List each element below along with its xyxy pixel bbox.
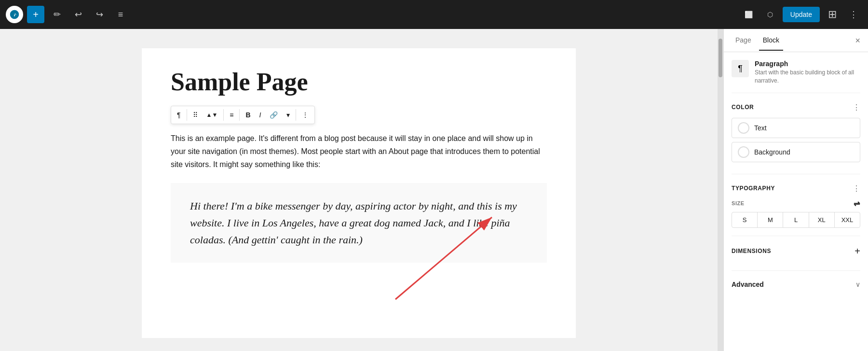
typography-section-more-button[interactable]: ⋮ <box>853 184 860 193</box>
align-icon: ≡ <box>230 111 233 119</box>
text-color-option[interactable]: Text <box>732 118 860 138</box>
size-label-text: SIZE <box>732 200 745 206</box>
paragraph-type-button[interactable]: ¶ <box>173 108 185 122</box>
more-rich-text-button[interactable]: ▾ <box>283 108 294 122</box>
quote-block[interactable]: Hi there! I'm a bike messenger by day, a… <box>171 183 547 263</box>
size-buttons: S M L XL XXL <box>732 212 860 228</box>
dropdown-icon: ▾ <box>286 111 290 119</box>
tools-button[interactable]: ✏ <box>48 6 66 23</box>
size-xxl-button[interactable]: XXL <box>835 212 860 227</box>
background-color-label: Background <box>754 148 790 156</box>
size-xl-button[interactable]: XL <box>809 212 835 227</box>
color-section-more-button[interactable]: ⋮ <box>853 103 860 112</box>
editor-area[interactable]: Sample Page ¶ ⠿ ▲▼ ≡ B I <box>0 29 718 351</box>
settings-toggle-button[interactable]: ⊞ <box>824 6 841 23</box>
typography-section-header: Typography ⋮ <box>732 184 860 193</box>
dimensions-section: Dimensions + <box>732 246 860 271</box>
background-color-swatch <box>738 146 749 158</box>
block-type-description: Start with the basic building block of a… <box>755 69 860 85</box>
block-info: ¶ Paragraph Start with the basic buildin… <box>732 60 860 93</box>
paragraph-block-icon: ¶ <box>738 64 743 74</box>
background-color-option[interactable]: Background <box>732 142 860 162</box>
add-block-button[interactable]: + <box>27 6 44 23</box>
more-options-button[interactable]: ⋮ <box>298 108 312 122</box>
size-m-button[interactable]: M <box>758 212 783 227</box>
preview-button[interactable]: ⬡ <box>761 6 779 23</box>
panel-body: ¶ Paragraph Start with the basic buildin… <box>724 52 868 351</box>
toolbar-divider-3 <box>239 109 240 121</box>
align-button[interactable]: ≡ <box>226 108 237 122</box>
tab-page[interactable]: Page <box>732 30 755 51</box>
svg-text:W: W <box>12 12 17 17</box>
panel-tabs: Page Block × <box>724 29 868 52</box>
link-icon: 🔗 <box>270 111 278 119</box>
text-color-label: Text <box>754 124 767 132</box>
color-section-title: Color <box>732 104 754 111</box>
dimensions-section-title: Dimensions <box>732 248 771 254</box>
toolbar-divider-1 <box>187 109 187 121</box>
update-button[interactable]: Update <box>783 7 820 22</box>
typography-section-title: Typography <box>732 185 775 192</box>
bold-button[interactable]: B <box>242 108 254 122</box>
paragraph-text[interactable]: This is an example page. It's different … <box>171 132 547 171</box>
move-up-down-button[interactable]: ▲▼ <box>203 109 222 121</box>
panel-close-button[interactable]: × <box>855 36 860 45</box>
text-color-swatch <box>738 122 749 134</box>
dimensions-section-header: Dimensions + <box>732 246 860 257</box>
color-section-header: Color ⋮ <box>732 103 860 112</box>
quote-text: Hi there! I'm a bike messenger by day, a… <box>190 200 517 246</box>
top-bar-right: ⬜ ⬡ Update ⊞ ⋮ <box>740 6 862 23</box>
top-toolbar: W + ✏ ↩ ↪ ≡ ⬜ ⬡ Update ⊞ ⋮ <box>0 0 868 29</box>
main-layout: Sample Page ¶ ⠿ ▲▼ ≡ B I <box>0 29 868 351</box>
tab-block[interactable]: Block <box>759 30 783 51</box>
more-icon: ⋮ <box>302 111 309 119</box>
size-s-button[interactable]: S <box>732 212 758 227</box>
size-l-button[interactable]: L <box>783 212 809 227</box>
document-overview-button[interactable]: ≡ <box>112 6 129 23</box>
paragraph-icon: ¶ <box>177 111 181 119</box>
block-type-name: Paragraph <box>755 60 860 68</box>
right-panel: Page Block × ¶ Paragraph Start with the … <box>723 29 868 351</box>
typography-section: Typography ⋮ SIZE ⇌ S M L XL XXL <box>732 184 860 236</box>
toolbar-divider-2 <box>223 109 224 121</box>
page-title: Sample Page <box>171 68 547 96</box>
drag-icon: ⠿ <box>193 111 198 119</box>
options-button[interactable]: ⋮ <box>845 6 862 23</box>
undo-button[interactable]: ↩ <box>69 6 87 23</box>
link-button[interactable]: 🔗 <box>266 108 282 122</box>
redo-button[interactable]: ↪ <box>91 6 108 23</box>
updown-icon: ▲▼ <box>206 112 218 118</box>
size-settings-icon[interactable]: ⇌ <box>854 199 860 208</box>
block-toolbar: ¶ ⠿ ▲▼ ≡ B I 🔗 ▾ <box>171 106 315 124</box>
scrollbar-thumb <box>719 39 722 77</box>
chevron-down-icon: ∨ <box>855 281 860 288</box>
editor-content: Sample Page ¶ ⠿ ▲▼ ≡ B I <box>142 48 576 338</box>
advanced-section: Advanced ∨ <box>732 279 860 290</box>
block-type-icon: ¶ <box>732 60 749 77</box>
advanced-section-header[interactable]: Advanced ∨ <box>732 279 860 290</box>
italic-button[interactable]: I <box>256 108 265 122</box>
size-label: SIZE ⇌ <box>732 199 860 208</box>
color-section: Color ⋮ Text Background <box>732 103 860 174</box>
block-info-text: Paragraph Start with the basic building … <box>755 60 860 85</box>
wp-logo[interactable]: W <box>6 6 23 23</box>
dimensions-add-button[interactable]: + <box>854 246 860 257</box>
view-button[interactable]: ⬜ <box>740 6 758 23</box>
toolbar-divider-4 <box>296 109 296 121</box>
advanced-section-title: Advanced <box>732 281 764 288</box>
drag-handle-button[interactable]: ⠿ <box>189 108 202 122</box>
editor-scrollbar[interactable] <box>718 29 723 351</box>
